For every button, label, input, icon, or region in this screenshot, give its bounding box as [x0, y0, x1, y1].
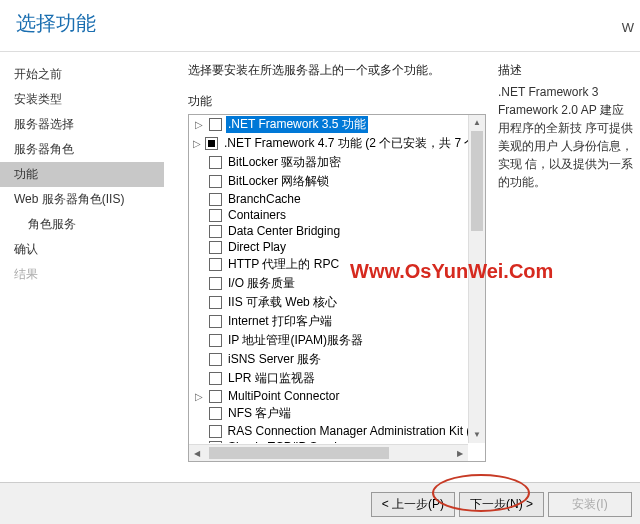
feature-label: LPR 端口监视器 — [226, 370, 317, 387]
scroll-left-icon[interactable]: ◀ — [189, 445, 205, 461]
feature-label: MultiPoint Connector — [226, 389, 341, 403]
sidebar-item-4[interactable]: 功能 — [0, 162, 164, 187]
description-label: 描述 — [498, 62, 634, 79]
main-panel: 选择要安装在所选服务器上的一个或多个功能。 功能 ▷.NET Framework… — [164, 52, 640, 482]
feature-item-10[interactable]: IIS 可承载 Web 核心 — [189, 293, 485, 312]
content-area: 开始之前安装类型服务器选择服务器角色功能Web 服务器角色(IIS)角色服务确认… — [0, 52, 640, 482]
feature-item-18[interactable]: Simple TCP/IP Services — [189, 439, 485, 443]
feature-item-17[interactable]: RAS Connection Manager Administration Ki… — [189, 423, 485, 439]
wizard-sidebar: 开始之前安装类型服务器选择服务器角色功能Web 服务器角色(IIS)角色服务确认… — [0, 52, 164, 482]
feature-checkbox[interactable] — [209, 353, 222, 366]
feature-item-12[interactable]: IP 地址管理(IPAM)服务器 — [189, 331, 485, 350]
previous-button[interactable]: < 上一步(P) — [371, 492, 455, 517]
feature-checkbox[interactable] — [209, 241, 222, 254]
feature-label: Simple TCP/IP Services — [226, 440, 358, 443]
feature-label: Internet 打印客户端 — [226, 313, 334, 330]
feature-item-11[interactable]: Internet 打印客户端 — [189, 312, 485, 331]
feature-item-5[interactable]: Containers — [189, 207, 485, 223]
feature-label: BitLocker 网络解锁 — [226, 173, 331, 190]
feature-label: Containers — [226, 208, 288, 222]
sidebar-item-1[interactable]: 安装类型 — [0, 87, 164, 112]
vertical-scrollbar[interactable]: ▲ ▼ — [468, 115, 485, 443]
feature-label: BitLocker 驱动器加密 — [226, 154, 343, 171]
feature-checkbox[interactable] — [209, 407, 222, 420]
feature-label: .NET Framework 3.5 功能 — [226, 116, 368, 133]
sidebar-item-3[interactable]: 服务器角色 — [0, 137, 164, 162]
feature-item-15[interactable]: ▷MultiPoint Connector — [189, 388, 485, 404]
feature-item-1[interactable]: ▷.NET Framework 4.7 功能 (2 个已安装，共 7 个) — [189, 134, 485, 153]
feature-label: NFS 客户端 — [226, 405, 293, 422]
sidebar-item-2[interactable]: 服务器选择 — [0, 112, 164, 137]
hscroll-thumb[interactable] — [209, 447, 389, 459]
feature-checkbox[interactable] — [209, 296, 222, 309]
feature-item-0[interactable]: ▷.NET Framework 3.5 功能 — [189, 115, 485, 134]
feature-checkbox[interactable] — [209, 156, 222, 169]
description-text: .NET Framework 3 Framework 2.0 AP 建应用程序的… — [498, 83, 634, 191]
feature-checkbox[interactable] — [209, 277, 222, 290]
feature-item-9[interactable]: I/O 服务质量 — [189, 274, 485, 293]
next-button[interactable]: 下一步(N) > — [459, 492, 544, 517]
feature-item-8[interactable]: HTTP 代理上的 RPC — [189, 255, 485, 274]
feature-checkbox[interactable] — [209, 425, 222, 438]
instruction-text: 选择要安装在所选服务器上的一个或多个功能。 — [188, 62, 486, 79]
features-label: 功能 — [188, 93, 486, 110]
feature-label: RAS Connection Manager Administration Ki… — [226, 424, 481, 438]
sidebar-item-8: 结果 — [0, 262, 164, 287]
feature-checkbox[interactable] — [209, 258, 222, 271]
feature-checkbox[interactable] — [209, 225, 222, 238]
horizontal-scrollbar[interactable]: ◀ ▶ — [189, 444, 468, 461]
feature-item-14[interactable]: LPR 端口监视器 — [189, 369, 485, 388]
description-column: 描述 .NET Framework 3 Framework 2.0 AP 建应用… — [498, 62, 634, 482]
sidebar-item-7[interactable]: 确认 — [0, 237, 164, 262]
sidebar-item-5[interactable]: Web 服务器角色(IIS) — [0, 187, 164, 212]
feature-item-16[interactable]: NFS 客户端 — [189, 404, 485, 423]
feature-checkbox[interactable] — [209, 372, 222, 385]
feature-checkbox[interactable] — [209, 175, 222, 188]
tree-scroll-area[interactable]: ▷.NET Framework 3.5 功能▷.NET Framework 4.… — [189, 115, 485, 443]
feature-item-2[interactable]: BitLocker 驱动器加密 — [189, 153, 485, 172]
feature-checkbox[interactable] — [205, 137, 218, 150]
feature-checkbox[interactable] — [209, 334, 222, 347]
scroll-down-icon[interactable]: ▼ — [469, 427, 485, 443]
feature-item-6[interactable]: Data Center Bridging — [189, 223, 485, 239]
scroll-right-icon[interactable]: ▶ — [452, 445, 468, 461]
expander-icon[interactable]: ▷ — [193, 391, 205, 402]
feature-label: Data Center Bridging — [226, 224, 342, 238]
feature-item-4[interactable]: BranchCache — [189, 191, 485, 207]
feature-checkbox[interactable] — [209, 118, 222, 131]
feature-checkbox[interactable] — [209, 209, 222, 222]
scroll-up-icon[interactable]: ▲ — [469, 115, 485, 131]
expander-icon[interactable]: ▷ — [193, 138, 201, 149]
features-tree: ▷.NET Framework 3.5 功能▷.NET Framework 4.… — [188, 114, 486, 462]
feature-item-13[interactable]: iSNS Server 服务 — [189, 350, 485, 369]
feature-checkbox[interactable] — [209, 315, 222, 328]
feature-item-3[interactable]: BitLocker 网络解锁 — [189, 172, 485, 191]
feature-label: Direct Play — [226, 240, 288, 254]
feature-label: iSNS Server 服务 — [226, 351, 323, 368]
feature-label: .NET Framework 4.7 功能 (2 个已安装，共 7 个) — [222, 135, 482, 152]
install-button: 安装(I) — [548, 492, 632, 517]
wizard-header: 选择功能 — [0, 0, 640, 52]
feature-checkbox[interactable] — [209, 193, 222, 206]
wizard-footer: < 上一步(P) 下一步(N) > 安装(I) — [0, 482, 640, 524]
sidebar-item-0[interactable]: 开始之前 — [0, 62, 164, 87]
features-column: 选择要安装在所选服务器上的一个或多个功能。 功能 ▷.NET Framework… — [188, 62, 486, 482]
feature-item-7[interactable]: Direct Play — [189, 239, 485, 255]
feature-checkbox[interactable] — [209, 441, 222, 444]
feature-label: IIS 可承载 Web 核心 — [226, 294, 339, 311]
feature-label: I/O 服务质量 — [226, 275, 297, 292]
feature-label: HTTP 代理上的 RPC — [226, 256, 341, 273]
top-right-text: W — [622, 20, 634, 35]
sidebar-item-6[interactable]: 角色服务 — [0, 212, 164, 237]
scroll-thumb[interactable] — [471, 131, 483, 231]
feature-label: IP 地址管理(IPAM)服务器 — [226, 332, 365, 349]
feature-label: BranchCache — [226, 192, 303, 206]
feature-checkbox[interactable] — [209, 390, 222, 403]
expander-icon[interactable]: ▷ — [193, 119, 205, 130]
page-title: 选择功能 — [16, 10, 624, 37]
